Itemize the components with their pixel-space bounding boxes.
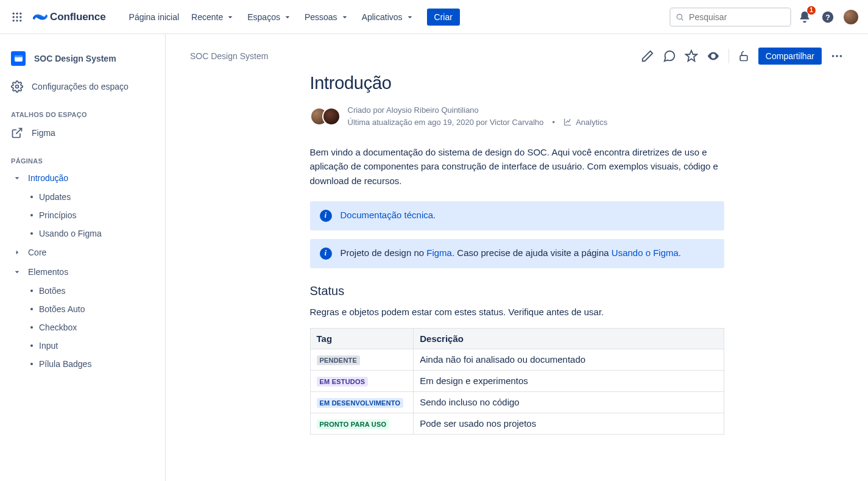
analytics-icon	[563, 118, 572, 126]
tree-item-label: Introdução	[28, 173, 160, 183]
sidebar: SOC Design System Configurações do espaç…	[0, 34, 166, 481]
tree-item-principios[interactable]: Princípios	[0, 206, 165, 224]
nav-apps[interactable]: Aplicativos	[357, 9, 420, 26]
section-heading-shortcuts: Atalhos do espaço	[0, 98, 165, 122]
profile-button[interactable]	[841, 7, 861, 27]
svg-point-17	[840, 55, 842, 57]
svg-point-16	[836, 55, 838, 57]
tree-item-checkbox[interactable]: Checkbox	[0, 318, 165, 337]
svg-point-6	[13, 20, 15, 21]
tree-item-label: Core	[28, 248, 160, 257]
star-icon[interactable]	[685, 49, 698, 63]
status-lozenge: EM ESTUDOS	[317, 377, 369, 387]
restrictions-icon[interactable]	[738, 50, 750, 62]
gear-icon	[11, 80, 23, 93]
top-navigation: Confluence Página inicial Recente Espaço…	[0, 0, 868, 34]
svg-point-2	[19, 12, 21, 14]
nav-home[interactable]: Página inicial	[124, 9, 185, 26]
svg-point-5	[19, 16, 21, 18]
svg-point-0	[13, 12, 15, 14]
tree-item-elementos[interactable]: Elementos	[0, 262, 165, 282]
help-icon: ?	[821, 10, 834, 24]
app-switcher-icon[interactable]	[7, 7, 27, 27]
intro-paragraph: Bem vindo a documentação do sistema de d…	[310, 145, 724, 188]
byline: Criado por Aloysio Ribeiro Quintiliano Ú…	[310, 104, 724, 128]
tree-item-label: Elementos	[28, 267, 160, 277]
th-tag: Tag	[310, 328, 414, 349]
nav-recent[interactable]: Recente	[186, 9, 240, 26]
section-heading-status: Status	[310, 284, 724, 298]
updated-date-link[interactable]: em ago 19, 2020	[414, 118, 474, 127]
table-row: EM ESTUDOSEm design e experimentos	[310, 370, 724, 391]
info-link-figma[interactable]: Figma	[426, 248, 452, 258]
section-heading-pages: Páginas	[0, 144, 165, 168]
tree-item-botoes-auto[interactable]: Botões Auto	[0, 300, 165, 318]
page-actions: Compartilhar	[641, 48, 844, 65]
tree-item-input[interactable]: Input	[0, 337, 165, 355]
tree-item-pilula-badges[interactable]: Pílula Badges	[0, 355, 165, 373]
status-description: Pode ser usado nos projetos	[414, 413, 724, 434]
analytics-link[interactable]: Analytics	[563, 116, 607, 129]
sidebar-shortcut-figma[interactable]: Figma	[0, 122, 165, 144]
create-button[interactable]: Criar	[427, 9, 460, 26]
more-actions-icon[interactable]	[830, 49, 844, 63]
sidebar-item-label: Configurações do espaço	[32, 82, 129, 91]
author-avatars[interactable]	[310, 107, 340, 126]
svg-point-15	[832, 55, 834, 57]
chevron-down-icon[interactable]	[11, 266, 23, 278]
sidebar-space-settings[interactable]: Configurações do espaço	[0, 76, 165, 98]
status-description: Sendo incluso no código	[414, 391, 724, 413]
search-icon	[676, 12, 684, 22]
status-subtext: Regras e objetos podem estar com estes s…	[310, 307, 724, 317]
external-link-icon	[11, 127, 23, 139]
edit-icon[interactable]	[641, 49, 654, 63]
info-link-usando-figma[interactable]: Usando o Figma	[612, 248, 679, 258]
space-icon	[11, 51, 26, 66]
main-content-area: SOC Design System Compartilhar Introduçã…	[166, 34, 868, 481]
chevron-right-icon[interactable]	[11, 246, 23, 258]
tree-item-usando-figma[interactable]: Usando o Figma	[0, 224, 165, 243]
breadcrumb[interactable]: SOC Design System	[190, 51, 268, 61]
sidebar-item-label: Figma	[32, 128, 55, 138]
info-panel-1: i Documentação técnica.	[310, 201, 724, 230]
svg-point-7	[16, 20, 18, 21]
chevron-down-icon[interactable]	[11, 172, 23, 184]
svg-text:?: ?	[825, 12, 830, 21]
page-title: Introdução	[310, 73, 724, 93]
watch-icon[interactable]	[707, 49, 720, 63]
svg-rect-14	[740, 55, 747, 60]
svg-point-12	[16, 85, 19, 88]
help-button[interactable]: ?	[818, 7, 838, 27]
comment-icon[interactable]	[663, 49, 676, 63]
tree-item-introducao[interactable]: Introdução	[0, 168, 165, 188]
nav-people[interactable]: Pessoas	[300, 9, 355, 26]
search-box[interactable]	[669, 7, 791, 27]
search-input[interactable]	[689, 12, 785, 22]
tree-item-core[interactable]: Core	[0, 243, 165, 262]
share-button[interactable]: Compartilhar	[758, 48, 822, 65]
tree-item-botoes[interactable]: Botões	[0, 282, 165, 300]
space-title: SOC Design System	[34, 54, 116, 63]
svg-point-3	[13, 16, 15, 18]
svg-point-8	[19, 20, 21, 21]
primary-nav-items: Página inicial Recente Espaços Pessoas A…	[124, 9, 460, 26]
svg-point-9	[677, 14, 682, 19]
table-row: EM DESENVOLVIMENTOSendo incluso no códig…	[310, 391, 724, 413]
status-description: Ainda não foi analisado ou documentado	[414, 349, 724, 370]
nav-spaces[interactable]: Espaços	[242, 9, 297, 26]
tree-item-updates[interactable]: Updates	[0, 188, 165, 206]
editor-link[interactable]: Victor Carvalho	[490, 118, 544, 127]
status-lozenge: EM DESENVOLVIMENTO	[317, 398, 404, 408]
th-desc: Descrição	[414, 328, 724, 349]
status-lozenge: PENDENTE	[317, 355, 361, 365]
avatar-icon	[322, 107, 340, 126]
table-row: PENDENTE Ainda não foi analisado ou docu…	[310, 349, 724, 370]
status-lozenge: PRONTO PARA USO	[317, 419, 390, 429]
space-header[interactable]: SOC Design System	[0, 46, 165, 76]
info-icon: i	[320, 248, 332, 260]
info-link[interactable]: Documentação técnica	[340, 210, 434, 220]
notifications-button[interactable]: 1	[795, 7, 814, 27]
author-link[interactable]: Aloysio Ribeiro Quintiliano	[386, 105, 479, 115]
confluence-logo[interactable]: Confluence	[30, 10, 108, 24]
notification-badge: 1	[807, 6, 816, 15]
